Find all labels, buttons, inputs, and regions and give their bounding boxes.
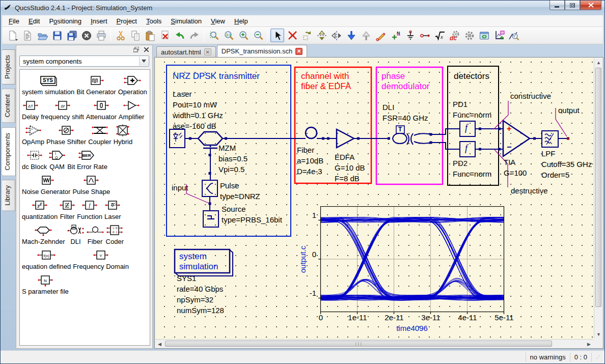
- palette-item-quant[interactable]: quantization: [22, 199, 58, 220]
- palette-item-sparam[interactable]: NS parameter file: [22, 273, 69, 295]
- title-bar[interactable]: QucsStudio 2.4.1 - Project: Simulation_S…: [1, 1, 604, 15]
- palette-item-operation[interactable]: Operation: [118, 74, 147, 96]
- go-into-subcircuit-button[interactable]: [344, 29, 358, 42]
- region-title-channel[interactable]: channel with fiber & EDFA: [301, 71, 351, 92]
- menu-insert[interactable]: Insert: [86, 16, 112, 26]
- lpf-params[interactable]: LPF Cutoff=35 GHz Order=5: [541, 148, 592, 180]
- palette-item-fiber[interactable]: Fiber: [87, 223, 104, 245]
- pd2-params[interactable]: PD2 Func=norm: [453, 158, 491, 179]
- redo-button[interactable]: [187, 29, 201, 42]
- sidebar-tab-projects[interactable]: Projects: [2, 49, 15, 85]
- go-up-hierarchy-button[interactable]: [359, 29, 373, 42]
- copy-button[interactable]: [128, 29, 142, 42]
- dock-float-icon[interactable]: [132, 46, 140, 53]
- palette-item-pulseshape[interactable]: Pulse Shape: [72, 174, 110, 195]
- delete-button[interactable]: [158, 29, 172, 42]
- palette-item-fshift[interactable]: Δffrequency shift: [41, 99, 84, 121]
- tab-close-icon[interactable]: ✕: [295, 48, 302, 55]
- simulate-dc-button[interactable]: dc: [448, 29, 461, 42]
- insert-wire-button[interactable]: [374, 29, 388, 42]
- undo-button[interactable]: [173, 29, 186, 42]
- menu-tools[interactable]: Tools: [142, 16, 166, 26]
- cut-button[interactable]: [114, 29, 127, 42]
- close-file-button[interactable]: [79, 29, 93, 42]
- dli-params[interactable]: DLI FSR=40 GHz: [382, 102, 428, 123]
- sidebar-tab-components[interactable]: Components: [2, 127, 16, 176]
- palette-item-phase[interactable]: Phase Shifter: [46, 124, 86, 146]
- zoom-out-button[interactable]: [251, 29, 265, 42]
- deactivate-button[interactable]: [285, 29, 299, 42]
- system-simulation-params[interactable]: SYS1 rate=40 Gbps npSym=32 numSym=128: [177, 273, 224, 316]
- open-file-button[interactable]: [35, 29, 49, 42]
- new-file-button[interactable]: [6, 29, 19, 42]
- palette-item-attenuator[interactable]: Attenuator: [86, 99, 117, 121]
- sidebar-tab-content[interactable]: Content: [2, 89, 15, 123]
- palette-item-amplifier[interactable]: Amplifier: [119, 99, 145, 121]
- tia-params[interactable]: TIA G=100: [504, 157, 527, 178]
- resize-grip[interactable]: ⋰: [591, 353, 604, 362]
- menu-view[interactable]: View: [206, 16, 230, 26]
- insert-port-button[interactable]: [418, 29, 432, 42]
- region-title-demodulator[interactable]: phase demodulator: [381, 71, 430, 92]
- horizontal-scrollbar[interactable]: ◀ ∣∣∣ ▶: [155, 339, 593, 348]
- palette-item-dcblock[interactable]: dc Block: [22, 149, 47, 171]
- save-file-button[interactable]: [50, 29, 64, 42]
- insert-diagram-button[interactable]: [492, 29, 506, 42]
- laser-params[interactable]: Laser Pout=10 mW width=0.1 GHz ase=-160 …: [173, 89, 223, 131]
- palette-item-freqdomain[interactable]: YFrequency Domain: [73, 248, 129, 270]
- palette-item-coder[interactable]: 1001Coder: [106, 223, 124, 245]
- tab-close-icon[interactable]: ✕: [204, 48, 211, 55]
- vertical-scrollbar[interactable]: ▲ ▼: [594, 58, 602, 339]
- dock-close-icon[interactable]: [142, 46, 150, 53]
- wire-label-output[interactable]: output: [558, 105, 580, 116]
- mirror-x-button[interactable]: [315, 29, 328, 42]
- source-params[interactable]: Source type=PRBS_16bit: [222, 204, 282, 225]
- zoom-data-button[interactable]: [507, 29, 520, 42]
- select-pointer-button[interactable]: [270, 29, 284, 42]
- menu-help[interactable]: Help: [230, 16, 253, 26]
- menu-positioning[interactable]: Positioning: [44, 16, 86, 26]
- zoom-fit-button[interactable]: [207, 29, 221, 42]
- palette-item-laser[interactable]: Laser: [104, 199, 121, 220]
- palette-item-ber[interactable]: BERBit Error Rate: [67, 149, 107, 171]
- doc-tab-DPSK_transmission.sch[interactable]: DPSK_transmission.sch✕: [217, 45, 307, 57]
- palette-item-filter[interactable]: Filter: [60, 199, 75, 220]
- close-button[interactable]: [580, 1, 601, 10]
- insert-ground-button[interactable]: [403, 29, 417, 42]
- new-text-document-button[interactable]: [20, 29, 34, 42]
- simulate-button[interactable]: [462, 29, 476, 42]
- palette-item-opamp[interactable]: +−OpAmp: [22, 124, 44, 146]
- print-button[interactable]: [94, 29, 108, 42]
- pulse-params[interactable]: Pulse type=DNRZ: [220, 180, 260, 202]
- mirror-y-button[interactable]: [329, 29, 343, 42]
- palette-item-qam[interactable]: IQQAM: [49, 149, 65, 171]
- wire-label-constructive[interactable]: constructive: [510, 91, 551, 101]
- maximize-button[interactable]: [565, 1, 580, 10]
- view-results-button[interactable]: [477, 29, 491, 42]
- zoom-1-1-button[interactable]: 1:1: [222, 29, 235, 42]
- palette-item-noise[interactable]: Noise Generator: [22, 174, 70, 195]
- palette-item-function[interactable]: fFunction: [77, 199, 102, 220]
- region-title-transmitter[interactable]: NRZ DPSK transmitter: [173, 71, 260, 81]
- palette-item-hybrid[interactable]: Hybrid: [114, 124, 133, 146]
- rotate-button[interactable]: [300, 29, 314, 42]
- palette-item-delay[interactable]: ΔTDelay: [22, 99, 39, 121]
- palette-item-coupler[interactable]: Coupler: [88, 124, 112, 146]
- insert-equation-button[interactable]: x: [433, 29, 447, 42]
- menu-edit[interactable]: Edit: [24, 16, 44, 26]
- menu-file[interactable]: File: [4, 16, 24, 26]
- doc-tab-autostart.html[interactable]: autostart.html✕: [156, 46, 216, 57]
- region-title-detectors[interactable]: detectors: [454, 71, 489, 81]
- system-simulation-title[interactable]: system simulation: [179, 251, 218, 272]
- insert-wire-label-button[interactable]: N: [389, 29, 402, 42]
- palette-selector[interactable]: system components: [19, 55, 149, 67]
- palette-item-sys[interactable]: SYSsystem simulation: [22, 74, 74, 96]
- sidebar-tab-library[interactable]: Library: [2, 180, 15, 211]
- wire-label-destructive[interactable]: destructive: [511, 185, 548, 196]
- eye-diagram[interactable]: [317, 206, 505, 315]
- zoom-in-button[interactable]: [236, 29, 250, 42]
- palette-item-mzm[interactable]: Mach-Zehnder: [22, 223, 65, 245]
- menu-simulation[interactable]: Simulation: [166, 16, 206, 26]
- palette-item-eqndef[interactable]: f(x)equation defined: [22, 248, 71, 270]
- wire-label-input[interactable]: input: [172, 182, 188, 193]
